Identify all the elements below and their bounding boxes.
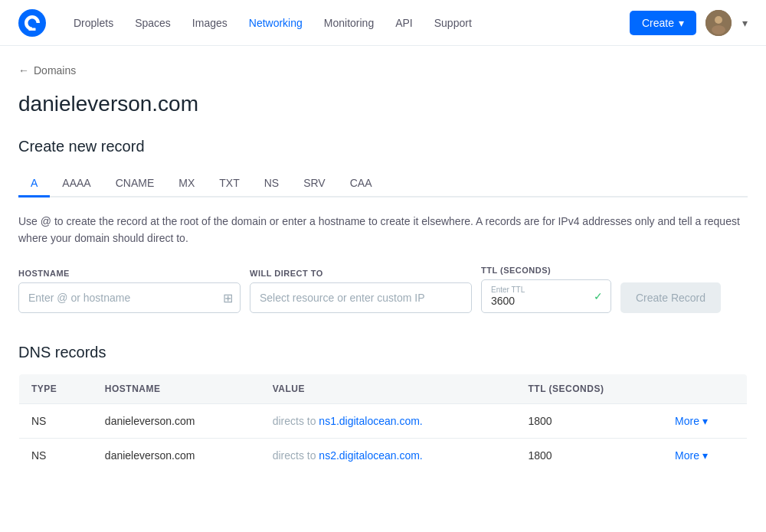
- user-avatar[interactable]: [705, 10, 732, 36]
- row1-more-button[interactable]: More ▾: [675, 415, 708, 427]
- page-title: danieleverson.com: [18, 92, 748, 116]
- row1-directs-prefix: directs to: [273, 415, 316, 427]
- svg-rect-2: [29, 28, 32, 31]
- svg-point-5: [712, 25, 725, 34]
- row1-actions: More ▾: [663, 403, 747, 438]
- row1-hostname: danieleverson.com: [93, 403, 260, 438]
- hostname-group: HOSTNAME ⊞: [18, 269, 241, 313]
- col-ttl: TTL (seconds): [516, 374, 663, 403]
- col-value: Value: [260, 374, 516, 403]
- row2-directs-prefix: directs to: [273, 449, 316, 462]
- breadcrumb: ← Domains: [18, 64, 748, 77]
- hostname-icon: ⊞: [223, 290, 233, 305]
- nav-support[interactable]: Support: [425, 11, 481, 35]
- will-direct-input[interactable]: [250, 282, 472, 313]
- will-direct-label: WILL DIRECT TO: [250, 269, 472, 278]
- svg-point-0: [18, 9, 46, 37]
- nav-spaces[interactable]: Spaces: [126, 11, 180, 35]
- col-type: Type: [19, 374, 93, 403]
- create-record-button[interactable]: Create Record: [620, 282, 721, 313]
- table-row: NS danieleverson.com directs to ns1.digi…: [19, 403, 748, 438]
- nav-api[interactable]: API: [386, 11, 422, 35]
- nav-right: Create ▾ ▾: [630, 10, 748, 36]
- create-record-section-title: Create new record: [18, 138, 748, 155]
- tab-txt[interactable]: TXT: [207, 171, 251, 197]
- user-menu-caret-icon[interactable]: ▾: [742, 17, 748, 29]
- row2-hostname: danieleverson.com: [93, 438, 260, 472]
- row1-value: directs to ns1.digitalocean.com.: [260, 403, 516, 438]
- ttl-label: TTL (SECONDS): [481, 266, 611, 275]
- dns-table-body: NS danieleverson.com directs to ns1.digi…: [19, 403, 748, 472]
- row2-more-button[interactable]: More ▾: [675, 449, 708, 462]
- create-caret-icon: ▾: [679, 17, 684, 29]
- tab-aaaa[interactable]: AAAA: [50, 171, 103, 197]
- row2-value: directs to ns2.digitalocean.com.: [260, 438, 516, 472]
- back-arrow-icon: ←: [18, 64, 29, 77]
- nav-monitoring[interactable]: Monitoring: [315, 11, 383, 35]
- dns-table-header: Type Hostname Value TTL (seconds): [19, 374, 748, 403]
- tab-mx[interactable]: MX: [166, 171, 207, 197]
- ttl-value: 3600: [491, 295, 583, 306]
- hostname-input[interactable]: [18, 282, 241, 313]
- row2-more-caret-icon: ▾: [702, 449, 708, 462]
- row2-ttl: 1800: [516, 438, 663, 472]
- record-description: Use @ to create the record at the root o…: [18, 213, 748, 247]
- col-actions: [663, 374, 747, 403]
- tab-srv[interactable]: SRV: [291, 171, 338, 197]
- create-button[interactable]: Create ▾: [630, 11, 696, 35]
- breadcrumb-domains-link[interactable]: Domains: [34, 64, 76, 77]
- svg-point-4: [715, 16, 722, 24]
- top-nav: Droplets Spaces Images Networking Monito…: [0, 0, 766, 46]
- tab-ns[interactable]: NS: [252, 171, 291, 197]
- ttl-checkmark-icon: ✓: [594, 290, 603, 302]
- nav-links: Droplets Spaces Images Networking Monito…: [64, 11, 630, 35]
- dns-records-table: Type Hostname Value TTL (seconds) NS dan…: [18, 374, 748, 473]
- row2-actions: More ▾: [663, 438, 747, 472]
- main-content: ← Domains danieleverson.com Create new r…: [0, 46, 766, 491]
- nav-images[interactable]: Images: [183, 11, 237, 35]
- nav-networking[interactable]: Networking: [240, 11, 312, 35]
- logo-icon[interactable]: [18, 9, 46, 37]
- dns-section-title: DNS records: [18, 344, 748, 361]
- create-record-form: HOSTNAME ⊞ WILL DIRECT TO TTL (SECONDS) …: [18, 266, 748, 313]
- hostname-label: HOSTNAME: [18, 269, 241, 278]
- tab-caa[interactable]: CAA: [338, 171, 385, 197]
- tab-cname[interactable]: CNAME: [103, 171, 167, 197]
- ttl-inner-label: Enter TTL: [491, 286, 583, 294]
- ttl-group: TTL (SECONDS) Enter TTL 3600 ✓: [481, 266, 611, 313]
- row1-value-link: ns1.digitalocean.com.: [319, 415, 422, 427]
- row1-more-caret-icon: ▾: [702, 415, 708, 427]
- col-hostname: Hostname: [93, 374, 260, 403]
- tab-a[interactable]: A: [18, 171, 50, 197]
- row2-type: NS: [19, 438, 93, 472]
- ttl-input-wrapper[interactable]: Enter TTL 3600 ✓: [481, 279, 611, 313]
- record-type-tabs: A AAAA CNAME MX TXT NS SRV CAA: [18, 171, 748, 197]
- will-direct-group: WILL DIRECT TO: [250, 269, 472, 313]
- nav-droplets[interactable]: Droplets: [64, 11, 123, 35]
- row1-type: NS: [19, 403, 93, 438]
- table-row: NS danieleverson.com directs to ns2.digi…: [19, 438, 748, 472]
- hostname-input-wrapper: ⊞: [18, 282, 241, 313]
- row2-value-link: ns2.digitalocean.com.: [319, 449, 422, 462]
- row1-ttl: 1800: [516, 403, 663, 438]
- svg-rect-1: [32, 28, 36, 31]
